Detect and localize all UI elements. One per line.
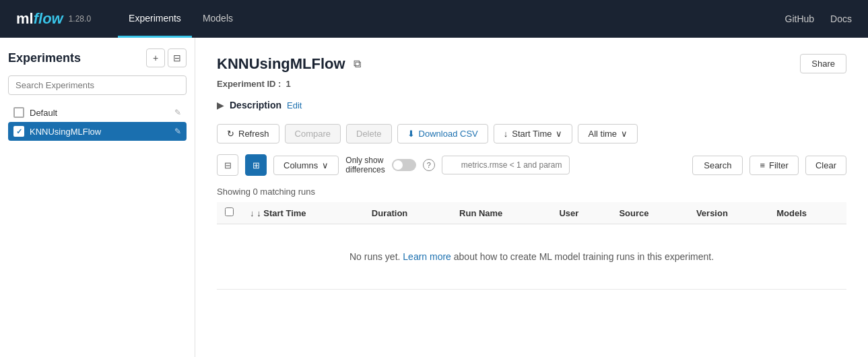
columns-chevron-icon: ∨ (322, 160, 329, 170)
empty-post-text: about how to create ML model training ru… (451, 251, 714, 262)
experiment-item-knn[interactable]: ✓ KNNUsingMLFlow ✎ (8, 122, 187, 141)
refresh-button[interactable]: ↻ Refresh (217, 124, 279, 143)
start-time-col-label: ↓ Start Time (257, 208, 306, 218)
experiment-edit-default[interactable]: ✎ (174, 108, 181, 117)
table-view-compact-button[interactable]: ⊟ (217, 154, 238, 176)
compare-button[interactable]: Compare (285, 124, 341, 143)
download-icon: ⬇ (407, 129, 415, 139)
filter-label: Filter (769, 160, 789, 170)
sort-icon: ↓ (250, 208, 255, 218)
check-mark-knn: ✓ (16, 127, 22, 136)
duration-col-label: Duration (372, 208, 407, 218)
header-row: ↓ ↓ Start Time Duration Run Name User So… (217, 202, 846, 224)
sidebar: Experiments + ⊟ Default ✎ ✓ KNNUsingMLFl… (0, 38, 195, 357)
download-csv-button[interactable]: ⬇ Download CSV (397, 124, 488, 143)
experiment-name-default: Default (30, 108, 169, 118)
runs-table-body: No runs yet. Learn more about how to cre… (217, 224, 846, 290)
col-header-run-name[interactable]: Run Name (451, 202, 551, 224)
logo: mlflow (16, 10, 63, 28)
sidebar-actions: + ⊟ (146, 48, 187, 67)
github-link[interactable]: GitHub (785, 13, 815, 24)
table-view-full-button[interactable]: ⊞ (245, 154, 267, 176)
col-header-checkbox (217, 202, 242, 224)
all-time-label: All time (588, 129, 617, 139)
refresh-label: Refresh (238, 129, 269, 139)
differences-toggle[interactable] (392, 159, 416, 171)
description-chevron[interactable]: ▶ (217, 100, 224, 110)
description-label: Description (230, 100, 281, 110)
experiment-edit-knn[interactable]: ✎ (174, 127, 181, 136)
run-name-col-label: Run Name (459, 208, 502, 218)
empty-message: No runs yet. Learn more about how to cre… (225, 230, 838, 284)
table-full-icon: ⊞ (253, 160, 260, 170)
logo-area: mlflow 1.28.0 (16, 10, 91, 28)
compare-label: Compare (295, 129, 331, 139)
main-content: KNNUsingMLFlow ⧉ Share Experiment ID : 1… (195, 38, 868, 357)
delete-label: Delete (356, 129, 382, 139)
filter-button[interactable]: ≡ Filter (749, 156, 798, 175)
start-time-chevron-icon: ∨ (556, 129, 562, 139)
help-icon[interactable]: ? (423, 159, 435, 171)
collapse-sidebar-button[interactable]: ⊟ (168, 48, 187, 67)
description-edit-link[interactable]: Edit (287, 100, 302, 110)
copy-icon[interactable]: ⧉ (354, 58, 361, 70)
runs-table-header: ↓ ↓ Start Time Duration Run Name User So… (217, 202, 846, 224)
only-show-differences: Only show differences (345, 156, 385, 175)
experiment-checkbox-default[interactable] (13, 107, 24, 118)
col-header-source[interactable]: Source (611, 202, 688, 224)
delete-button[interactable]: Delete (346, 124, 392, 143)
download-csv-label: Download CSV (419, 129, 478, 139)
search-button[interactable]: Search (692, 156, 743, 175)
col-header-start-time[interactable]: ↓ ↓ Start Time (242, 202, 364, 224)
models-col-label: Models (776, 208, 807, 218)
col-header-duration[interactable]: Duration (364, 202, 451, 224)
share-button[interactable]: Share (800, 54, 846, 73)
experiment-id-value: 1 (286, 79, 291, 89)
add-experiment-button[interactable]: + (146, 48, 165, 67)
experiment-name-knn: KNNUsingMLFlow (30, 127, 169, 137)
all-time-chevron-icon: ∨ (621, 129, 628, 139)
search-experiments-input[interactable] (8, 75, 187, 95)
experiment-title-row: KNNUsingMLFlow ⧉ Share (217, 54, 846, 73)
experiment-checkbox-knn[interactable]: ✓ (13, 126, 24, 137)
nav-experiments[interactable]: Experiments (118, 1, 192, 38)
source-col-label: Source (619, 208, 648, 218)
sort-down-icon: ↓ (504, 129, 508, 139)
all-time-dropdown[interactable]: All time ∨ (578, 124, 638, 143)
col-header-version[interactable]: Version (688, 202, 768, 224)
description-row: ▶ Description Edit (217, 100, 846, 110)
empty-pre-text: No runs yet. (349, 251, 403, 262)
filter-icon: ≡ (760, 160, 765, 170)
logo-version: 1.28.0 (69, 14, 91, 24)
columns-label: Columns (283, 160, 318, 170)
experiment-item-default[interactable]: Default ✎ (8, 103, 187, 122)
only-show-line1: Only show (345, 156, 385, 165)
user-col-label: User (559, 208, 578, 218)
refresh-icon: ↻ (227, 129, 234, 139)
empty-message-cell: No runs yet. Learn more about how to cre… (217, 224, 846, 290)
nav-models[interactable]: Models (192, 1, 244, 38)
showing-runs: Showing 0 matching runs (217, 187, 846, 197)
runs-table: ↓ ↓ Start Time Duration Run Name User So… (217, 202, 846, 290)
col-header-user[interactable]: User (551, 202, 611, 224)
table-compact-icon: ⊟ (224, 160, 232, 170)
start-time-button[interactable]: ↓ Start Time ∨ (494, 124, 573, 143)
select-all-checkbox[interactable] (225, 207, 234, 216)
sidebar-header: Experiments + ⊟ (8, 48, 187, 67)
col-header-models[interactable]: Models (768, 202, 846, 224)
learn-more-link[interactable]: Learn more (403, 251, 451, 262)
docs-link[interactable]: Docs (830, 13, 852, 24)
experiment-main-title: KNNUsingMLFlow (217, 55, 345, 73)
version-col-label: Version (696, 208, 728, 218)
columns-button[interactable]: Columns ∨ (273, 156, 339, 175)
filter-row: ⊟ ⊞ Columns ∨ Only show differences ? 🔍 … (217, 154, 846, 176)
header: mlflow 1.28.0 Experiments Models GitHub … (0, 0, 868, 38)
main-layout: Experiments + ⊟ Default ✎ ✓ KNNUsingMLFl… (0, 38, 868, 357)
experiment-id-row: Experiment ID : 1 (217, 79, 846, 89)
filter-search-input[interactable] (442, 156, 570, 174)
header-right: GitHub Docs (785, 13, 852, 24)
clear-button[interactable]: Clear (805, 156, 846, 175)
nav-links: Experiments Models (118, 1, 244, 38)
empty-message-row: No runs yet. Learn more about how to cre… (217, 224, 846, 290)
toolbar: ↻ Refresh Compare Delete ⬇ Download CSV … (217, 124, 846, 143)
